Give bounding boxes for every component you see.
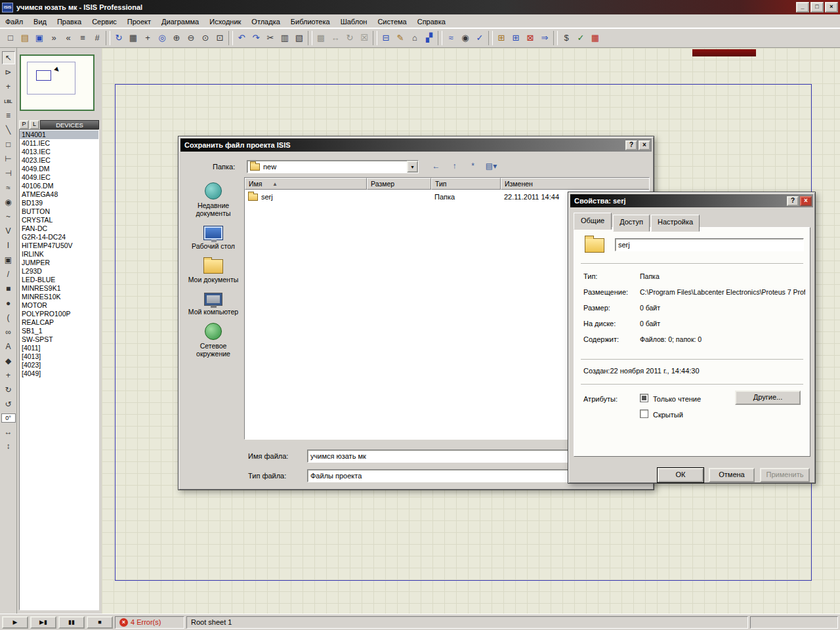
device-list-item[interactable]: HITEMP47U50V (20, 242, 98, 250)
decompose-icon[interactable]: ▞ (422, 31, 436, 45)
device-list-item[interactable]: SB1_1 (20, 327, 98, 335)
back-button[interactable]: ← (428, 159, 444, 173)
device-list-item[interactable]: [4023] (20, 361, 98, 369)
device-list-item[interactable]: [4049] (20, 369, 98, 378)
menu-item[interactable]: Сервис (87, 16, 122, 28)
new-design-icon[interactable]: □ (3, 31, 18, 45)
save-dialog-titlebar[interactable]: Сохранить файл проекта ISIS ? × (180, 138, 652, 152)
2d-arc-icon[interactable]: ( (2, 311, 15, 324)
zoom-all-icon[interactable]: ⊙ (198, 31, 213, 45)
component-mode-icon[interactable]: ⊳ (2, 66, 15, 79)
wire-autorouter-icon[interactable]: ≈ (444, 31, 458, 45)
menu-item[interactable]: Вид (28, 16, 52, 28)
2d-box-icon[interactable]: ■ (2, 282, 15, 295)
apply-button[interactable]: Применить (760, 468, 810, 482)
save-design-icon[interactable]: ▣ (32, 31, 47, 45)
block-move-icon[interactable]: ↔ (328, 31, 343, 45)
device-list-item[interactable]: JUMPER (20, 259, 98, 267)
device-list-item[interactable]: MINRES10K (20, 293, 98, 301)
bus-icon[interactable]: ╲ (2, 123, 15, 136)
2d-text-icon[interactable]: A (2, 340, 15, 353)
voltage-probe-icon[interactable]: V (2, 224, 15, 238)
electrical-rule-check-icon[interactable]: ✓ (574, 31, 588, 45)
menu-item[interactable]: Библиотека (285, 16, 335, 28)
mark-output-area-icon[interactable]: # (90, 31, 104, 45)
menu-item[interactable]: Файл (0, 16, 28, 28)
netlist-to-ares-icon[interactable]: ▦ (588, 31, 602, 45)
current-probe-icon[interactable]: I (2, 239, 15, 252)
generator-mode-icon[interactable]: ~ (2, 210, 15, 223)
pick-parts-icon[interactable]: ⊟ (379, 31, 393, 45)
design-explorer-icon[interactable]: ⊞ (494, 31, 509, 45)
device-list-item[interactable]: L293D (20, 267, 98, 276)
goto-sheet-icon[interactable]: ⇒ (537, 31, 552, 45)
2d-symbol-icon[interactable]: ◆ (2, 354, 15, 368)
zoom-area-icon[interactable]: ⊡ (213, 31, 227, 45)
device-list-item[interactable]: [4013] (20, 352, 98, 361)
close-icon[interactable]: × (639, 140, 650, 150)
play-button[interactable]: ▶ (2, 616, 28, 629)
error-panel[interactable]: × 4 Error(s) (115, 616, 184, 629)
folder-combo[interactable]: new ▼ (247, 160, 419, 173)
up-one-level-button[interactable]: ↑ (446, 159, 463, 173)
library-manager-button[interactable]: L (30, 120, 39, 129)
block-delete-icon[interactable]: ☒ (357, 31, 371, 45)
tab-general[interactable]: Общие (574, 213, 612, 230)
place-network[interactable]: Сетевое окружение (184, 323, 242, 358)
device-list-item[interactable]: G2R-14-DC24 (20, 233, 98, 242)
make-device-icon[interactable]: ✎ (393, 31, 408, 45)
tab-customize[interactable]: Настройка (651, 215, 700, 232)
redo-icon[interactable]: ↷ (249, 31, 263, 45)
file-type-combo[interactable]: Файлы проекта ▼ (307, 469, 585, 482)
device-list-item[interactable]: ATMEGA48 (20, 190, 98, 199)
close-icon[interactable]: × (800, 196, 812, 206)
device-list-item[interactable]: MINRES9K1 (20, 284, 98, 293)
help-button[interactable]: ? (625, 140, 637, 150)
block-copy-icon[interactable]: ▩ (314, 31, 328, 45)
new-folder-button[interactable]: * (465, 159, 481, 173)
device-list-item[interactable]: SW-SPST (20, 335, 98, 344)
chevron-down-icon[interactable]: ▼ (407, 161, 418, 173)
remove-sheet-icon[interactable]: ⊠ (523, 31, 537, 45)
2d-marker-icon[interactable]: + (2, 369, 15, 382)
column-header[interactable]: Изменен (501, 178, 650, 190)
packaging-tool-icon[interactable]: ⌂ (408, 31, 422, 45)
zoom-in-icon[interactable]: ⊕ (169, 31, 184, 45)
device-list-item[interactable]: FAN-DC (20, 224, 98, 233)
centre-at-cursor-icon[interactable]: ◎ (155, 31, 169, 45)
graph-mode-icon[interactable]: ≈ (2, 181, 15, 194)
grid-toggle-icon[interactable]: ▦ (126, 31, 140, 45)
copy-icon[interactable]: ▥ (278, 31, 292, 45)
device-list-item[interactable]: 1N4001 (20, 131, 98, 139)
device-list-item[interactable]: IRLINK (20, 250, 98, 259)
open-design-icon[interactable]: ▤ (18, 31, 32, 45)
device-list-item[interactable]: POLYPRO100P (20, 310, 98, 318)
rotation-angle-box[interactable]: 0° (1, 413, 16, 423)
terminal-mode-icon[interactable]: ⊢ (2, 152, 15, 165)
menu-item[interactable]: Правка (52, 16, 87, 28)
cut-icon[interactable]: ✂ (263, 31, 278, 45)
tab-access[interactable]: Доступ (613, 215, 650, 232)
rotate-clockwise-icon[interactable]: ↻ (2, 383, 15, 396)
device-list-item[interactable]: MOTOR (20, 301, 98, 310)
device-list-item[interactable]: 40106.DM (20, 182, 98, 190)
text-script-icon[interactable]: ≡ (2, 109, 15, 122)
other-attributes-button[interactable]: Другие... (735, 390, 801, 405)
overview-window[interactable]: ▶ (20, 54, 94, 111)
false-origin-icon[interactable]: + (140, 31, 155, 45)
virtual-instruments-icon[interactable]: ▣ (2, 253, 15, 266)
view-menu-button[interactable]: ▤▾ (483, 159, 499, 173)
device-list-item[interactable]: 4011.IEC (20, 139, 98, 148)
help-button[interactable]: ? (787, 196, 799, 206)
search-tag-icon[interactable]: ◉ (458, 31, 472, 45)
device-list-item[interactable]: LED-BLUE (20, 276, 98, 284)
paste-icon[interactable]: ▧ (292, 31, 306, 45)
device-list-item[interactable]: 4023.IEC (20, 156, 98, 165)
close-button[interactable]: × (825, 2, 838, 12)
place-recent-documents[interactable]: Недавние документы (184, 182, 242, 217)
ok-button[interactable]: ОК (658, 468, 704, 482)
place-my-computer[interactable]: Мой компьютер (184, 291, 242, 316)
step-button[interactable]: ▶▮ (30, 616, 56, 629)
file-name-input[interactable] (307, 450, 585, 463)
device-list-item[interactable]: [4011] (20, 344, 98, 352)
